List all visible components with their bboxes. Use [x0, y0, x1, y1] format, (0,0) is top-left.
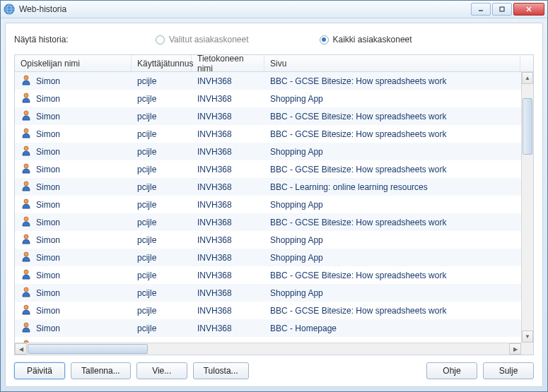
cell-user: pcijle — [132, 94, 192, 104]
table-row[interactable]: SimonpcijleINVH368BBC - GCSE Bitesize: H… — [15, 213, 533, 231]
student-name: Simon — [36, 323, 60, 333]
col-header-user[interactable]: Käyttäjätunnus — [132, 55, 192, 71]
table-row[interactable]: SimonpcijleINVH368BBC - GCSE Bitesize: H… — [15, 302, 533, 319]
svg-point-13 — [24, 182, 28, 186]
table-row[interactable]: SimonpcijleINVH368Shopping App — [15, 231, 533, 249]
cell-computer: INVH368 — [192, 200, 264, 210]
history-table: Opiskelijan nimi Käyttäjätunnus Tietokon… — [14, 54, 534, 355]
cell-computer: INVH368 — [192, 147, 264, 157]
table-row[interactable]: SimonpcijleINVH368Shopping App — [15, 196, 533, 213]
student-name: Simon — [36, 288, 60, 298]
cell-name: Simon — [15, 74, 132, 88]
table-row[interactable]: SimonpcijleINVH368BBC - GCSE Bitesize: H… — [15, 266, 533, 284]
scroll-corner — [521, 343, 533, 355]
user-icon — [21, 198, 32, 211]
cell-computer: INVH368 — [192, 288, 264, 298]
cell-user: pcijle — [132, 235, 192, 245]
cell-name: Simon — [15, 109, 132, 123]
user-icon — [21, 233, 32, 247]
svg-point-21 — [24, 323, 28, 327]
cell-computer: INVH368 — [192, 235, 264, 245]
scroll-down-button[interactable]: ▼ — [522, 331, 533, 343]
minimize-button[interactable] — [471, 3, 491, 16]
close-button[interactable] — [513, 3, 544, 16]
svg-point-18 — [24, 270, 28, 274]
table-row[interactable]: SimonpcijleINVH368Shopping App — [15, 90, 533, 107]
radio-label: Kaikki asiakaskoneet — [333, 35, 412, 44]
cell-computer: INVH368 — [192, 182, 264, 192]
table-row[interactable]: SimonpcijleINVH368BBC - GCSE Bitesize: H… — [15, 125, 533, 143]
svg-point-8 — [24, 93, 28, 97]
cell-computer: INVH368 — [192, 271, 264, 280]
scroll-thumb[interactable] — [28, 344, 148, 354]
scroll-left-button[interactable]: ◀ — [15, 343, 27, 355]
content-panel: Näytä historia: Valitut asiakaskoneet Ka… — [5, 23, 543, 387]
svg-point-14 — [24, 199, 28, 203]
cell-computer: INVH368 — [192, 129, 264, 139]
cell-user: pcijle — [132, 182, 192, 192]
cell-computer: INVH368 — [192, 306, 264, 316]
table-row[interactable]: SimonpcijleINVH368Shopping App — [15, 284, 533, 302]
cell-name: Simon — [15, 286, 132, 299]
cell-computer: INVH368 — [192, 112, 264, 121]
cell-page: Shopping App — [264, 235, 533, 245]
cell-user: pcijle — [132, 323, 192, 333]
table-row[interactable]: SimonpcijleINVH368Shopping App — [15, 143, 533, 160]
user-icon — [21, 251, 32, 264]
user-icon — [21, 268, 32, 282]
svg-point-12 — [24, 164, 28, 168]
student-name: Simon — [36, 147, 60, 157]
svg-point-11 — [24, 146, 28, 150]
refresh-button[interactable]: Päivitä — [14, 362, 65, 379]
col-header-name[interactable]: Opiskelijan nimi — [15, 55, 132, 71]
cell-user: pcijle — [132, 147, 192, 157]
scroll-up-button[interactable]: ▲ — [522, 72, 533, 84]
filter-label: Näytä historia: — [14, 35, 156, 44]
window-frame: Web-historia Näytä historia: Valitut asi… — [0, 0, 548, 392]
save-button[interactable]: Tallenna... — [71, 362, 131, 379]
maximize-button[interactable] — [492, 3, 512, 16]
svg-point-16 — [24, 234, 28, 239]
scroll-thumb[interactable] — [523, 98, 532, 155]
student-name: Simon — [36, 235, 60, 245]
student-name: Simon — [36, 182, 60, 192]
student-name: Simon — [36, 253, 60, 263]
table-row[interactable]: SimonpcijleINVH368BBC - GCSE Bitesize: H… — [15, 107, 533, 125]
radio-icon — [320, 35, 329, 44]
table-row[interactable]: SimonpcijleINVH368BBC - GCSE Bitesize: H… — [15, 160, 533, 178]
col-header-scroll-spacer — [520, 55, 533, 71]
radio-selected-clients[interactable]: Valitut asiakaskoneet — [156, 35, 249, 44]
scroll-track[interactable] — [522, 84, 533, 331]
cell-computer: INVH368 — [192, 218, 264, 227]
cell-page: Shopping App — [264, 147, 533, 157]
export-button[interactable]: Vie... — [136, 362, 187, 379]
vertical-scrollbar[interactable]: ▲ ▼ — [521, 72, 533, 343]
radio-icon — [156, 35, 165, 44]
close-dialog-button[interactable]: Sulje — [483, 362, 534, 379]
user-icon — [21, 304, 32, 317]
print-button[interactable]: Tulosta... — [193, 362, 249, 379]
table-row[interactable]: SimonpcijleINVH368Shopping App — [15, 249, 533, 266]
table-row[interactable]: SimonpcijleINVH368BBC - GCSE Bitesize: H… — [15, 72, 533, 90]
student-name: Simon — [36, 112, 60, 121]
scroll-right-button[interactable]: ▶ — [509, 343, 521, 355]
col-header-computer[interactable]: Tietokoneen nimi — [192, 55, 264, 71]
cell-page: Shopping App — [264, 288, 533, 298]
table-row[interactable]: SimonpcijleINVH368BBC - Homepage — [15, 319, 533, 337]
cell-page: BBC - GCSE Bitesize: How spreadsheets wo… — [264, 129, 533, 139]
help-button[interactable]: Ohje — [426, 362, 477, 379]
user-icon — [21, 109, 32, 123]
cell-name: Simon — [15, 145, 132, 158]
cell-user: pcijle — [132, 112, 192, 121]
col-header-page[interactable]: Sivu — [264, 55, 520, 71]
cell-user: pcijle — [132, 253, 192, 263]
svg-point-7 — [24, 76, 28, 80]
cell-user: pcijle — [132, 306, 192, 316]
horizontal-scrollbar[interactable]: ◀ ▶ — [15, 343, 521, 355]
radio-all-clients[interactable]: Kaikki asiakaskoneet — [320, 35, 412, 44]
student-name: Simon — [36, 306, 60, 316]
table-row[interactable]: SimonpcijleINVH368BBC - Learning: online… — [15, 178, 533, 196]
titlebar[interactable]: Web-historia — [1, 1, 547, 18]
student-name: Simon — [36, 165, 60, 174]
filter-row: Näytä historia: Valitut asiakaskoneet Ka… — [14, 30, 534, 49]
